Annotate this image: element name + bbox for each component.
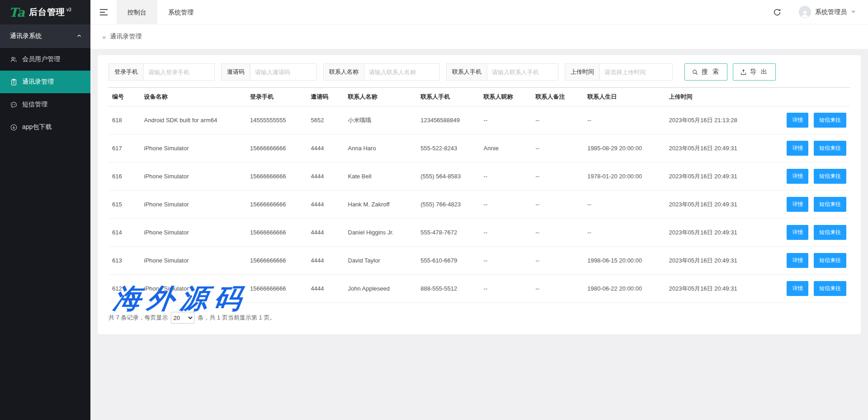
filter-bar-fields: 登录手机 邀请码 联系人名称 联系人手机 上传时间 <box>108 63 679 81</box>
sms-icon <box>10 101 18 109</box>
sms-history-button[interactable]: 短信来往 <box>814 281 846 296</box>
filter-input[interactable] <box>599 63 673 81</box>
column-header: 联系人生日 <box>584 88 665 106</box>
cell-device-name: Android SDK built for arm64 <box>141 106 247 134</box>
breadcrumb: » 通讯录管理 <box>90 24 868 49</box>
sidebar-item-label: app包下载 <box>22 123 52 131</box>
cell-contact-birthday: 1985-08-29 20:00:00 <box>584 134 665 162</box>
cell-contact-phone: 888-555-5512 <box>417 275 480 303</box>
topbar-right: 系统管理员 <box>768 0 868 24</box>
tab-console[interactable]: 控制台 <box>117 0 157 24</box>
column-header: 编号 <box>108 88 141 106</box>
column-header: 联系人备注 <box>532 88 584 106</box>
cell-id: 615 <box>108 191 141 219</box>
cell-device-name: iPhone Simulator <box>141 275 247 303</box>
table-row: 614 iPhone Simulator 15666666666 4444 Da… <box>108 219 850 247</box>
cell-id: 612 <box>108 275 141 303</box>
sidebar-group-contacts-system[interactable]: 通讯录系统 <box>0 24 90 48</box>
cell-contact-phone: (555) 766-4823 <box>417 191 480 219</box>
cell-actions: 详情 短信来往 <box>760 162 850 191</box>
detail-button[interactable]: 详情 <box>787 253 808 268</box>
sidebar-item-label: 会员用户管理 <box>22 55 60 63</box>
cell-actions: 详情 短信来往 <box>760 191 850 219</box>
sidebar-item-label: 短信管理 <box>22 100 47 109</box>
cell-upload-time: 2023年05月16日 21:13:28 <box>665 106 760 134</box>
cell-invite-code: 4444 <box>307 191 344 219</box>
sidebar-item-sms[interactable]: 短信管理 <box>0 93 90 116</box>
cell-contact-name: Kate Bell <box>344 162 417 191</box>
address-book-table: 编号设备名称登录手机邀请码联系人名称联系人手机联系人昵称联系人备注联系人生日上传… <box>108 87 850 303</box>
detail-button[interactable]: 详情 <box>787 141 808 156</box>
search-icon <box>692 69 698 76</box>
column-header: 设备名称 <box>141 88 247 106</box>
filter-label: 联系人手机 <box>446 63 487 81</box>
cell-actions: 详情 短信来往 <box>760 275 850 303</box>
address-book-card: 登录手机 邀请码 联系人名称 联系人手机 上传时间 搜 索 <box>98 55 861 334</box>
avatar[interactable] <box>799 6 811 18</box>
sms-history-button[interactable]: 短信来往 <box>814 197 846 212</box>
export-button[interactable]: 导 出 <box>733 63 776 81</box>
cell-contact-birthday: 1978-01-20 20:00:00 <box>584 162 665 191</box>
filter-input[interactable] <box>143 63 215 81</box>
detail-button[interactable]: 详情 <box>787 197 808 212</box>
cell-contact-nickname: -- <box>480 219 532 247</box>
sms-history-button[interactable]: 短信来往 <box>814 113 846 128</box>
cell-upload-time: 2023年05月16日 20:49:31 <box>665 275 760 303</box>
cell-login-phone: 15666666666 <box>246 247 307 275</box>
cell-contact-birthday: -- <box>584 219 665 247</box>
cell-login-phone: 15666666666 <box>246 191 307 219</box>
current-user-name[interactable]: 系统管理员 <box>815 8 847 16</box>
column-header <box>760 88 850 106</box>
page-size-select[interactable]: 20 <box>171 312 194 324</box>
cell-actions: 详情 短信来往 <box>760 134 850 162</box>
pagination-total-text: 共 7 条记录，每页显示 <box>108 314 168 322</box>
sidebar-item-app-download[interactable]: app包下载 <box>0 116 90 138</box>
sidebar-item-label: 通讯录管理 <box>22 78 54 86</box>
cell-contact-name: Hank M. Zakroff <box>344 191 417 219</box>
cell-id: 613 <box>108 247 141 275</box>
cell-id: 618 <box>108 106 141 134</box>
cell-device-name: iPhone Simulator <box>141 191 247 219</box>
sms-history-button[interactable]: 短信来往 <box>814 141 846 156</box>
export-button-label: 导 出 <box>750 68 769 76</box>
chevron-down-icon[interactable] <box>850 8 856 16</box>
cell-contact-birthday: 1980-06-22 20:00:00 <box>584 275 665 303</box>
filter-input[interactable] <box>250 63 317 81</box>
search-button-label: 搜 索 <box>702 68 720 76</box>
sidebar-item-address-book[interactable]: 通讯录管理 <box>0 71 90 93</box>
sms-history-button[interactable]: 短信来往 <box>814 169 846 184</box>
detail-button[interactable]: 详情 <box>787 113 808 128</box>
sidebar-item-member-users[interactable]: 会员用户管理 <box>0 48 90 71</box>
refresh-icon[interactable] <box>768 0 786 24</box>
detail-button[interactable]: 详情 <box>787 281 808 296</box>
filter-group: 上传时间 <box>565 63 673 81</box>
sidebar: Ta 后台管理 v3 通讯录系统 会员用户管理 通讯录管理 <box>0 0 90 420</box>
cell-invite-code: 4444 <box>307 247 344 275</box>
filter-group: 联系人手机 <box>446 63 558 81</box>
sms-history-button[interactable]: 短信来往 <box>814 253 846 268</box>
cell-contact-nickname: -- <box>480 106 532 134</box>
pagination-after-text: 条，共 1 页当前显示第 1 页。 <box>198 314 275 322</box>
pagination: 共 7 条记录，每页显示 20 条，共 1 页当前显示第 1 页。 <box>108 312 850 324</box>
cell-contact-nickname: -- <box>480 275 532 303</box>
app-title: 后台管理 <box>29 6 65 18</box>
cell-contact-birthday: -- <box>584 191 665 219</box>
table-body: 618 Android SDK built for arm64 14555555… <box>108 106 850 303</box>
cell-invite-code: 5652 <box>307 106 344 134</box>
sidebar-collapse-icon[interactable] <box>90 0 117 24</box>
detail-button[interactable]: 详情 <box>787 169 808 184</box>
cell-contact-nickname: -- <box>480 191 532 219</box>
filter-input[interactable] <box>487 63 558 81</box>
cell-contact-name: Anna Haro <box>344 134 417 162</box>
filter-input[interactable] <box>364 63 440 81</box>
cell-contact-phone: 555-522-8243 <box>417 134 480 162</box>
tab-system-management[interactable]: 系统管理 <box>157 0 204 24</box>
cell-contact-birthday: -- <box>584 106 665 134</box>
filter-bar: 登录手机 邀请码 联系人名称 联系人手机 上传时间 搜 索 <box>108 63 850 81</box>
search-button[interactable]: 搜 索 <box>684 63 727 81</box>
sms-history-button[interactable]: 短信来往 <box>814 225 846 240</box>
content-area: 登录手机 邀请码 联系人名称 联系人手机 上传时间 搜 索 <box>90 49 868 420</box>
column-header: 联系人昵称 <box>480 88 532 106</box>
detail-button[interactable]: 详情 <box>787 225 808 240</box>
sidebar-group-label: 通讯录系统 <box>10 32 42 40</box>
